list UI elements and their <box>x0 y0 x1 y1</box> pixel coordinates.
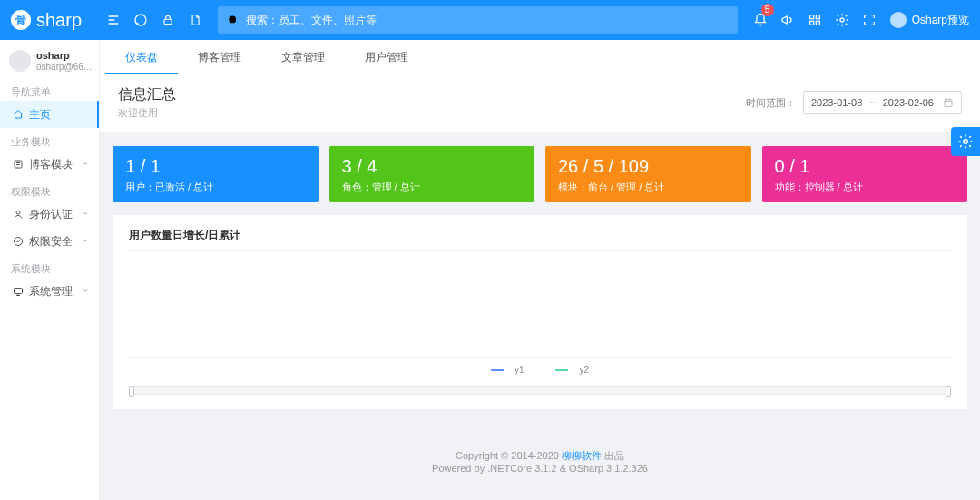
brand-logo[interactable]: 骨 sharp <box>0 10 100 31</box>
date-range-label: 时间范围： <box>746 96 796 110</box>
card-caption: 角色：管理 / 总计 <box>342 181 523 194</box>
fullscreen-icon[interactable] <box>856 0 883 40</box>
card-value: 1 / 1 <box>125 155 306 177</box>
footer-copy-a: Copyright © 2014-2020 <box>456 450 562 461</box>
tab-blog[interactable]: 博客管理 <box>178 40 261 74</box>
card-caption: 模块：前台 / 管理 / 总计 <box>558 181 739 194</box>
sidebar: osharp osharp@66soft.ne 导航菜单主页业务模块博客模块权限… <box>0 40 100 500</box>
document-icon[interactable] <box>181 0 209 40</box>
menu-toggle-icon[interactable] <box>100 0 127 40</box>
sidebar-item-system[interactable]: 系统管理 <box>0 278 99 305</box>
chevron-down-icon <box>81 235 90 248</box>
profile-email: osharp@66soft.ne <box>36 62 96 73</box>
card-value: 3 / 4 <box>342 155 523 177</box>
tab-users[interactable]: 用户管理 <box>345 40 428 74</box>
svg-rect-1 <box>164 19 172 24</box>
tab-article[interactable]: 文章管理 <box>261 40 345 74</box>
footer-vendor-link[interactable]: 柳柳软件 <box>562 450 602 461</box>
svg-rect-6 <box>816 21 819 25</box>
footer-powered-by: Powered by .NETCore 3.1.2 & OSharp 3.1.2… <box>100 463 980 474</box>
sidebar-profile[interactable]: osharp osharp@66soft.ne <box>0 40 99 78</box>
date-range-sep: ~ <box>869 97 875 108</box>
avatar-icon <box>9 50 31 72</box>
page-footer: Copyright © 2014-2020 柳柳软件 出品 Powered by… <box>100 422 980 483</box>
sidebar-item-identity[interactable]: 身份认证 <box>0 201 99 228</box>
brand-name: sharp <box>36 10 82 31</box>
search-icon <box>227 14 239 26</box>
svg-rect-11 <box>15 289 23 294</box>
date-range-end[interactable]: 2023-02-06 <box>883 97 934 108</box>
svg-rect-4 <box>816 15 819 19</box>
chart-title: 用户数量日增长/日累计 <box>129 228 951 243</box>
footer-copy-b: 出品 <box>604 450 624 461</box>
scrollbar-handle-right[interactable] <box>946 386 951 397</box>
chart-area <box>129 250 951 358</box>
apps-grid-icon[interactable] <box>801 0 828 40</box>
sidebar-group-title: 导航菜单 <box>0 78 99 101</box>
page-title: 信息汇总 <box>118 85 176 104</box>
gear-icon <box>957 133 974 150</box>
sidebar-group-title: 系统模块 <box>0 255 99 278</box>
sidebar-group-title: 权限模块 <box>0 178 99 201</box>
svg-point-13 <box>964 140 968 144</box>
sidebar-group-title: 业务模块 <box>0 128 99 151</box>
date-range-start[interactable]: 2023-01-08 <box>811 97 862 108</box>
notifications-badge: 5 <box>761 4 774 16</box>
chart-legend: y1 y2 <box>129 358 951 378</box>
scrollbar-handle-left[interactable] <box>129 386 134 397</box>
page-tabs: 仪表盘博客管理文章管理用户管理 <box>100 40 980 74</box>
card-value: 0 / 1 <box>775 155 956 177</box>
chevron-down-icon <box>81 208 90 221</box>
svg-point-7 <box>840 18 844 22</box>
chart-scrollbar[interactable] <box>129 386 951 395</box>
lock-icon[interactable] <box>154 0 181 40</box>
sidebar-item-label: 权限安全 <box>29 234 73 250</box>
chevron-down-icon <box>81 158 90 171</box>
growth-chart-panel: 用户数量日增长/日累计 y1 y2 <box>113 215 967 409</box>
svg-point-9 <box>16 211 20 214</box>
summary-card-3[interactable]: 0 / 1功能：控制器 / 总计 <box>762 146 968 202</box>
sidebar-item-security[interactable]: 权限安全 <box>0 228 99 255</box>
summary-card-1[interactable]: 3 / 4角色：管理 / 总计 <box>329 146 535 202</box>
calendar-icon <box>943 97 954 108</box>
search-input[interactable] <box>246 14 728 26</box>
settings-icon[interactable] <box>828 0 856 40</box>
page-subtitle: 欢迎使用 <box>118 106 176 120</box>
sidebar-item-label: 身份认证 <box>29 207 73 222</box>
app-header: 骨 sharp 5 Osharp预览 <box>0 0 980 40</box>
summary-card-2[interactable]: 26 / 5 / 109模块：前台 / 管理 / 总计 <box>545 146 751 202</box>
chevron-down-icon <box>81 285 90 298</box>
github-icon[interactable] <box>127 0 154 40</box>
svg-rect-12 <box>945 100 952 107</box>
current-user-label: Osharp预览 <box>912 13 969 28</box>
global-search[interactable] <box>218 6 738 34</box>
svg-rect-3 <box>809 15 813 19</box>
legend-item-y1[interactable]: y1 <box>484 365 532 375</box>
announce-icon[interactable] <box>774 0 801 40</box>
sidebar-item-label: 系统管理 <box>29 284 73 299</box>
theme-settings-button[interactable] <box>951 127 980 156</box>
brand-mark-icon: 骨 <box>11 10 31 30</box>
notifications-button[interactable]: 5 <box>747 0 774 40</box>
sidebar-item-label: 主页 <box>29 107 51 123</box>
card-caption: 用户：已激活 / 总计 <box>125 181 306 194</box>
legend-item-y2[interactable]: y2 <box>548 365 596 375</box>
summary-cards: 1 / 1用户：已激活 / 总计3 / 4角色：管理 / 总计26 / 5 / … <box>100 133 980 202</box>
header-actions: 5 Osharp预览 <box>747 0 969 40</box>
profile-name: osharp <box>36 49 96 62</box>
card-value: 26 / 5 / 109 <box>558 155 739 177</box>
sidebar-item-blog-module[interactable]: 博客模块 <box>0 151 99 178</box>
sidebar-item-label: 博客模块 <box>29 157 73 172</box>
svg-rect-5 <box>809 21 813 25</box>
date-range-picker[interactable]: 时间范围： 2023-01-08 ~ 2023-02-06 <box>746 91 962 114</box>
page-header: 信息汇总 欢迎使用 时间范围： 2023-01-08 ~ 2023-02-06 <box>100 74 980 133</box>
main-content: 仪表盘博客管理文章管理用户管理 信息汇总 欢迎使用 时间范围： 2023-01-… <box>100 40 980 500</box>
svg-point-2 <box>229 16 236 24</box>
summary-card-0[interactable]: 1 / 1用户：已激活 / 总计 <box>113 146 318 202</box>
sidebar-item-home[interactable]: 主页 <box>0 101 99 128</box>
current-user-menu[interactable]: Osharp预览 <box>890 12 969 28</box>
card-caption: 功能：控制器 / 总计 <box>775 181 956 194</box>
avatar-icon <box>890 12 906 28</box>
tab-dashboard[interactable]: 仪表盘 <box>105 40 178 74</box>
